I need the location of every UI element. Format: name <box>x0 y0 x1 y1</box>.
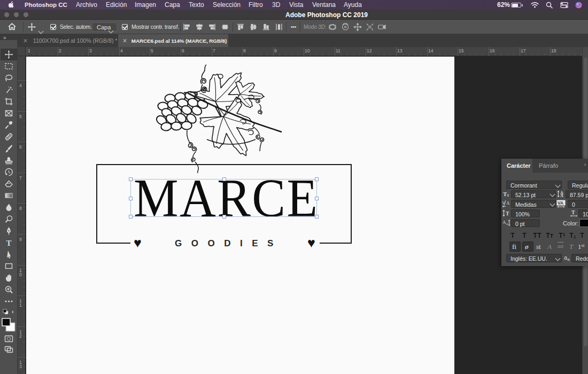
svg-text:a: a <box>506 222 508 226</box>
svg-text:VA: VA <box>558 200 563 206</box>
svg-text:A: A <box>502 220 506 225</box>
svg-text:A: A <box>506 200 510 206</box>
svg-text:T: T <box>507 193 509 198</box>
svg-text:T: T <box>506 211 509 216</box>
svg-text:T: T <box>6 239 11 247</box>
svg-text:T: T <box>571 209 575 215</box>
svg-text:A: A <box>560 193 563 198</box>
